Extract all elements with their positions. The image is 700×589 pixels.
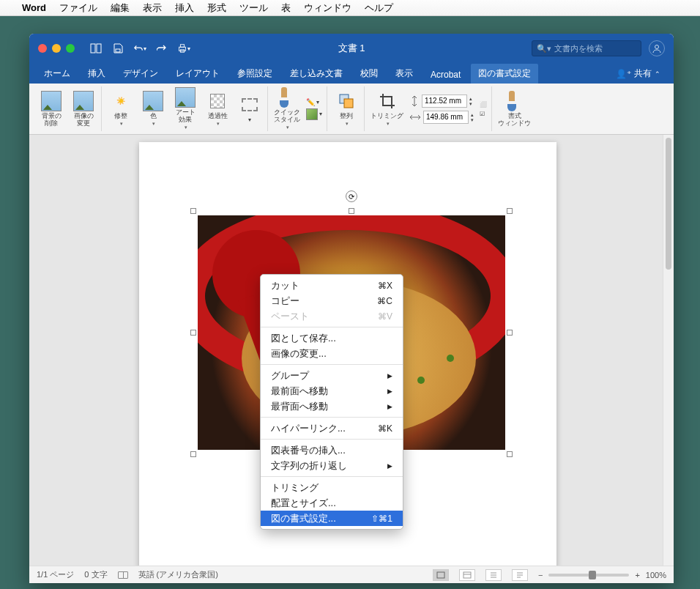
menu-item-label: 最前面へ移動 [271, 385, 328, 398]
menu-item-label: 画像の変更... [271, 347, 327, 360]
zoom-out-button[interactable]: − [538, 571, 543, 579]
quick-styles-button[interactable]: クイック スタイル [274, 87, 300, 131]
aspect-lock-button[interactable]: ☑ [480, 111, 487, 117]
page-count[interactable]: 1/1 ページ [37, 569, 74, 580]
menu-item-label: 図として保存... [271, 332, 336, 345]
remove-background-button[interactable]: 背景の 削除 [38, 91, 64, 127]
context-menu-item[interactable]: 配置とサイズ... [261, 495, 403, 511]
menu-edit[interactable]: 編集 [111, 1, 130, 15]
search-box[interactable]: 🔍▾ 文書内を検索 [532, 40, 641, 56]
crop-button[interactable]: トリミング [371, 91, 403, 127]
undo-icon[interactable]: ▾ [133, 42, 146, 55]
zoom-in-button[interactable]: + [635, 571, 639, 579]
tab-layout[interactable]: レイアウト [168, 64, 227, 84]
art-icon [175, 87, 196, 108]
menu-insert[interactable]: 挿入 [175, 1, 194, 15]
menu-format[interactable]: 形式 [207, 1, 226, 15]
vertical-scrollbar[interactable] [663, 135, 674, 566]
menu-view[interactable]: 表示 [143, 1, 162, 15]
web-layout-view[interactable] [459, 569, 475, 581]
user-account-icon[interactable] [649, 40, 665, 56]
autosave-icon[interactable] [89, 42, 103, 55]
context-menu-item[interactable]: 最背面へ移動▶ [261, 399, 403, 414]
submenu-arrow-icon: ▶ [387, 372, 392, 379]
picture-styles-button[interactable]: ▾ [237, 95, 263, 123]
tab-home[interactable]: ホーム [37, 64, 78, 84]
handle-lc[interactable] [190, 330, 196, 336]
reset-size-button[interactable]: ⬜ [480, 101, 487, 108]
handle-tr[interactable] [507, 208, 513, 214]
menu-window[interactable]: ウィンドウ [304, 1, 351, 15]
rotate-handle[interactable]: ⟳ [346, 190, 357, 202]
close-button[interactable] [38, 44, 47, 53]
app-menu[interactable]: Word [22, 2, 46, 13]
tab-design[interactable]: デザイン [116, 64, 165, 84]
color-button[interactable]: 色 [140, 91, 166, 127]
height-input[interactable] [422, 95, 467, 108]
context-menu-item[interactable]: トリミング [261, 480, 403, 495]
word-count[interactable]: 0 文字 [84, 569, 107, 580]
menu-item-shortcut: ⇧⌘1 [371, 514, 392, 524]
artistic-effects-button[interactable]: アート 効果 [172, 87, 198, 131]
share-icon: 👤⁺ [616, 69, 631, 79]
save-icon[interactable] [111, 42, 124, 55]
context-menu-item[interactable]: 文字列の折り返し▶ [261, 458, 403, 473]
print-layout-view[interactable] [433, 569, 449, 581]
language-status[interactable]: 英語 (アメリカ合衆国) [138, 569, 218, 580]
share-button[interactable]: 👤⁺共有⌃ [610, 64, 666, 84]
window-controls [29, 44, 83, 53]
context-menu-item[interactable]: 画像の変更... [261, 346, 403, 361]
maximize-button[interactable] [66, 44, 75, 53]
handle-rc[interactable] [507, 330, 513, 336]
change-picture-button[interactable]: 画像の 変更 [70, 91, 97, 127]
spellcheck-icon[interactable] [118, 571, 128, 579]
width-input[interactable] [423, 111, 469, 124]
context-menu-item[interactable]: カット⌘X [261, 278, 403, 293]
tab-acrobat[interactable]: Acrobat [423, 66, 468, 84]
context-menu-item[interactable]: グループ▶ [261, 368, 403, 383]
tab-insert[interactable]: 挿入 [81, 64, 113, 84]
corrections-button[interactable]: ☀️修整 [108, 91, 134, 127]
width-stepper[interactable]: ▴▾ [471, 112, 474, 122]
picture-border-button[interactable]: ✏️▾ [306, 98, 322, 106]
format-pane-button[interactable]: 書式 ウィンドウ [498, 91, 531, 127]
height-stepper[interactable]: ▴▾ [469, 96, 472, 106]
tab-picture-format[interactable]: 図の書式設定 [471, 64, 538, 84]
minimize-button[interactable] [52, 44, 61, 53]
menu-help[interactable]: ヘルプ [365, 1, 393, 15]
svg-rect-8 [344, 99, 353, 108]
context-menu-item[interactable]: ハイパーリンク...⌘K [261, 421, 403, 436]
arrange-button[interactable]: 整列 [333, 91, 360, 127]
handle-bl[interactable] [190, 451, 196, 457]
effects-icon [306, 108, 318, 120]
context-menu-item[interactable]: コピー⌘C [261, 293, 403, 308]
tab-review[interactable]: 校閲 [353, 64, 385, 84]
outline-view[interactable] [485, 569, 502, 581]
print-icon[interactable]: ▾ [177, 42, 190, 55]
handle-tc[interactable] [349, 208, 354, 214]
menu-tools[interactable]: ツール [239, 1, 268, 15]
tab-mailings[interactable]: 差し込み文書 [283, 64, 350, 84]
context-menu-item[interactable]: 図表番号の挿入... [261, 442, 403, 458]
transparency-button[interactable]: 透過性 [204, 91, 231, 127]
handle-tl[interactable] [190, 208, 196, 214]
context-menu-item[interactable]: 図の書式設定...⇧⌘1 [261, 511, 403, 526]
color-icon [143, 91, 163, 111]
svg-rect-2 [116, 49, 120, 52]
context-menu-item[interactable]: 最前面へ移動▶ [261, 383, 403, 399]
zoom-level[interactable]: 100% [646, 571, 666, 579]
draft-view[interactable] [512, 569, 528, 581]
menu-file[interactable]: ファイル [59, 1, 97, 15]
statusbar: 1/1 ページ 0 文字 英語 (アメリカ合衆国) − + 100% [29, 566, 674, 583]
menu-table[interactable]: 表 [281, 1, 291, 15]
tab-view[interactable]: 表示 [388, 64, 420, 84]
tab-references[interactable]: 参照設定 [230, 64, 280, 84]
context-menu-item[interactable]: 図として保存... [261, 330, 403, 346]
zoom-slider[interactable] [548, 574, 629, 577]
handle-br[interactable] [507, 451, 513, 457]
redo-icon[interactable] [155, 42, 168, 55]
size-controls: ▴▾ ▴▾ [409, 95, 474, 124]
picture-effects-button[interactable]: ▾ [306, 108, 322, 120]
scrollbar-thumb[interactable] [666, 138, 671, 270]
menu-separator [261, 476, 403, 477]
